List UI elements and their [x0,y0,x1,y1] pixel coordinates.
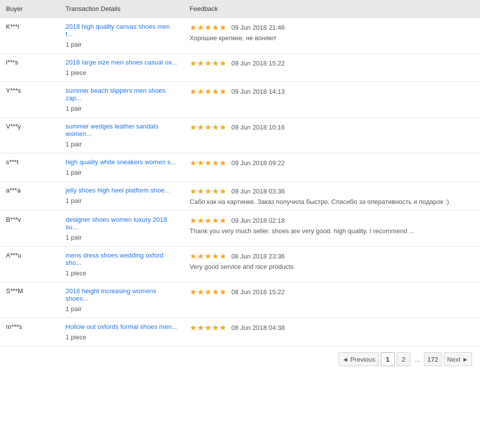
star-icon: ★ [197,216,204,225]
stars-rating: ★★★★★ [190,123,226,132]
feedback-text: Thank you very much seller. shoes are ve… [190,227,474,235]
transaction-cell: Hollow out oxfords formal shoes men...1 … [60,318,184,346]
transaction-cell: designer shoes women luxury 2018 su...1 … [60,211,184,247]
feedback-text: Хорошие крепкие, не воняют [190,34,474,42]
buyer-cell: B***v [0,211,60,247]
star-icon: ★ [205,23,211,32]
transaction-cell: 2018 high quality canvas shoes men t...1… [60,18,184,54]
transaction-link[interactable]: summer wedges leather sandals women... [66,123,158,137]
transaction-cell: summer wedges leather sandals women...1 … [60,118,184,153]
buyer-cell: A***u [0,247,60,282]
page-172-button[interactable]: 172 [424,352,442,366]
star-icon: ★ [219,23,226,32]
buyer-cell: a***a [0,182,60,211]
star-icon: ★ [197,252,204,261]
previous-button[interactable]: ◄ Previous [339,352,379,366]
transaction-link[interactable]: high quality white sneakers women s... [66,158,176,166]
feedback-date: 09 Jun 2018 21:46 [231,24,285,31]
quantity-label: 1 piece [66,333,178,341]
star-icon: ★ [219,216,226,225]
transaction-cell: 2018 large size men shoes casual ox...1 … [60,54,184,82]
star-icon: ★ [212,123,219,132]
table-row: m***sHollow out oxfords formal shoes men… [0,318,480,346]
star-icon: ★ [190,252,197,261]
quantity-label: 1 piece [66,269,178,277]
table-row: a***ajelly shoes high heel platform shoe… [0,182,480,211]
star-icon: ★ [212,323,219,332]
page-1-button[interactable]: 1 [381,352,395,366]
transaction-cell: 2018 height increasing womens shoes...1 … [60,282,184,318]
star-icon: ★ [205,216,211,225]
feedback-cell: ★★★★★09 Jun 2018 14:13 [184,82,480,118]
page-2-button[interactable]: 2 [397,352,411,366]
feedback-cell: ★★★★★09 Jun 2018 10:16 [184,118,480,153]
quantity-label: 1 pair [66,140,178,148]
star-icon: ★ [190,59,197,68]
stars-rating: ★★★★★ [190,158,226,168]
star-icon: ★ [205,287,211,297]
star-icon: ★ [219,59,226,68]
quantity-label: 1 pair [66,105,178,112]
transaction-link[interactable]: summer beach slippers men shoes zap... [66,87,166,102]
buyer-cell: V***y [0,118,60,153]
feedback-cell: ★★★★★09 Jun 2018 09:22 [184,153,480,182]
star-icon: ★ [205,158,211,168]
star-icon: ★ [190,287,197,297]
star-icon: ★ [190,158,197,168]
star-icon: ★ [205,323,211,332]
column-buyer: Buyer [0,0,60,18]
transaction-link[interactable]: 2018 high quality canvas shoes men t... [66,23,170,38]
star-icon: ★ [197,59,204,68]
feedback-date: 09 Jun 2018 09:22 [231,159,285,167]
feedback-cell: ★★★★★09 Jun 2018 21:46Хорошие крепкие, н… [184,18,480,54]
feedback-text: Very good service and nice products [190,263,474,270]
star-icon: ★ [219,187,226,196]
star-icon: ★ [190,123,197,132]
star-icon: ★ [219,252,226,261]
table-row: B***vdesigner shoes women luxury 2018 su… [0,211,480,247]
feedback-cell: ★★★★★08 Jun 2018 04:38 [184,318,480,346]
quantity-label: 1 pair [66,169,178,176]
star-icon: ★ [219,287,226,297]
transaction-link[interactable]: 2018 large size men shoes casual ox... [66,59,177,66]
transaction-cell: summer beach slippers men shoes zap...1 … [60,82,184,118]
star-icon: ★ [197,323,204,332]
star-icon: ★ [212,187,219,196]
table-row: V***ysummer wedges leather sandals women… [0,118,480,153]
column-feedback: Feedback [184,0,480,18]
star-icon: ★ [212,87,219,96]
transaction-cell: jelly shoes high heel platform shoe...1 … [60,182,184,211]
star-icon: ★ [205,187,211,196]
feedback-date: 09 Jun 2018 03:36 [231,188,285,195]
stars-rating: ★★★★★ [190,59,226,68]
star-icon: ★ [197,187,204,196]
transaction-link[interactable]: designer shoes women luxury 2018 su... [66,216,167,231]
quantity-label: 1 piece [66,69,178,76]
star-icon: ★ [212,252,219,261]
star-icon: ★ [190,187,197,196]
feedback-cell: ★★★★★08 Jun 2018 23:36Very good service … [184,247,480,282]
star-icon: ★ [197,123,204,132]
stars-rating: ★★★★★ [190,252,226,261]
next-button[interactable]: Next ► [444,352,472,366]
stars-rating: ★★★★★ [190,287,226,297]
star-icon: ★ [205,59,211,68]
star-icon: ★ [197,87,204,96]
buyer-cell: s***t [0,153,60,182]
transaction-link[interactable]: mens dress shoes wedding oxford sho... [66,252,163,266]
transaction-link[interactable]: 2018 height increasing womens shoes... [66,287,156,302]
transaction-link[interactable]: Hollow out oxfords formal shoes men... [66,323,177,330]
star-icon: ★ [212,158,219,168]
star-icon: ★ [219,158,226,168]
quantity-label: 1 pair [66,305,178,313]
feedback-date: 09 Jun 2018 15:22 [231,60,285,67]
feedback-cell: ★★★★★09 Jun 2018 02:18Thank you very muc… [184,211,480,247]
page-dots: ... [412,356,422,363]
star-icon: ★ [205,252,211,261]
star-icon: ★ [190,323,197,332]
transaction-link[interactable]: jelly shoes high heel platform shoe... [66,187,170,194]
feedback-date: 08 Jun 2018 23:36 [231,253,285,260]
table-row: Y***ssummer beach slippers men shoes zap… [0,82,480,118]
buyer-cell: Y***s [0,82,60,118]
table-row: s***thigh quality white sneakers women s… [0,153,480,182]
